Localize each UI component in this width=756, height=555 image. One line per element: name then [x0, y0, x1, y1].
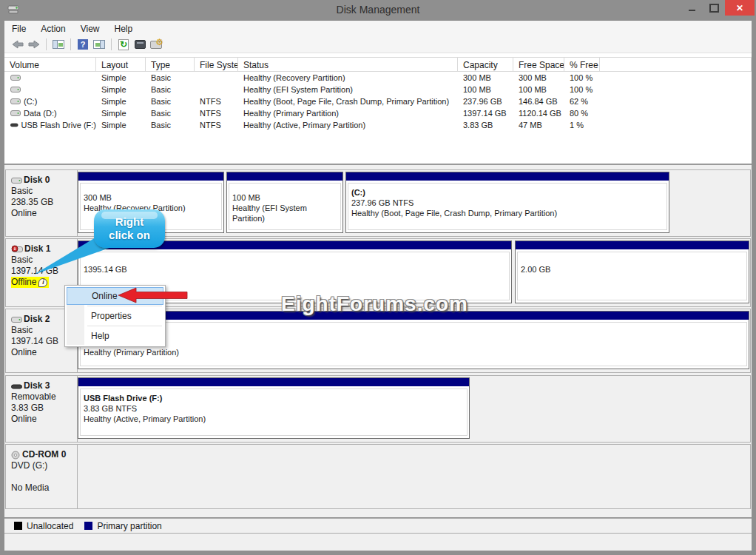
- disk-size: 3.83 GB: [11, 403, 77, 414]
- disk-size: 1397.14 GB: [11, 266, 77, 277]
- menu-bar: File Action View Help: [4, 21, 752, 36]
- context-menu: Online Properties Help: [64, 285, 166, 347]
- disk-icon: [11, 177, 22, 184]
- table-row[interactable]: (C:) Simple Basic NTFS Healthy (Boot, Pa…: [4, 95, 752, 107]
- partition-color-bar: [227, 172, 342, 181]
- disk-status: Online: [11, 414, 77, 425]
- properties-icon[interactable]: [132, 38, 147, 51]
- forward-icon[interactable]: [27, 38, 41, 51]
- disk-type: Removable: [11, 391, 77, 403]
- unallocated-swatch: [14, 522, 22, 530]
- cdrom0-label[interactable]: CD-ROM 0 DVD (G:) No Media: [6, 445, 78, 508]
- menu-help[interactable]: Help: [107, 21, 141, 36]
- partition-color-bar: [516, 241, 749, 250]
- menu-file[interactable]: File: [4, 21, 33, 36]
- partition-color-bar: [346, 172, 669, 181]
- disk-row-disk3: Disk 3 Removable 3.83 GB Online USB Flas…: [5, 375, 751, 443]
- table-row[interactable]: USB Flash Drive (F:) Simple Basic NTFS H…: [4, 119, 752, 131]
- maximize-button[interactable]: [703, 0, 725, 16]
- column-file-system[interactable]: File Syste...: [195, 58, 238, 71]
- watermark: EightForums.com: [281, 292, 468, 316]
- volume-icon: [10, 86, 21, 93]
- context-menu-item-online[interactable]: Online: [67, 287, 163, 305]
- menu-separator: [87, 306, 162, 306]
- column-pct-free[interactable]: % Free: [564, 58, 600, 71]
- context-menu-item-help[interactable]: Help: [67, 327, 163, 345]
- disk-offline-icon: [11, 245, 23, 253]
- volume-name: (C:): [24, 97, 37, 106]
- volume-name: Data (D:): [24, 109, 57, 118]
- disk-type: Basic: [11, 255, 77, 266]
- column-type[interactable]: Type: [146, 58, 195, 71]
- toolbar-separator: [111, 38, 112, 50]
- show-console-tree-icon[interactable]: [51, 38, 66, 51]
- legend-bar: Unallocated Primary partition: [4, 518, 752, 534]
- table-row[interactable]: Simple Basic Healthy (EFI System Partiti…: [4, 84, 752, 95]
- table-row[interactable]: Simple Basic Healthy (Recovery Partition…: [4, 72, 752, 84]
- disk-type: DVD (G:): [11, 460, 77, 471]
- help-icon[interactable]: ?: [75, 38, 90, 51]
- partition-disk1-small[interactable]: 2.00 GB: [515, 240, 749, 303]
- show-action-pane-icon[interactable]: [92, 38, 107, 51]
- legend-primary-label: Primary partition: [97, 521, 161, 531]
- usb-volume-icon: [10, 121, 18, 129]
- volume-icon: [10, 74, 21, 81]
- column-status[interactable]: Status: [238, 58, 458, 71]
- toolbar: ?: [4, 36, 752, 53]
- disk-status: Online: [11, 347, 77, 358]
- close-button[interactable]: [725, 0, 755, 16]
- title-bar: Disk Management: [0, 0, 756, 21]
- partition-color-bar: [78, 378, 469, 387]
- rescan-disks-icon[interactable]: [149, 38, 163, 51]
- status-bar: [4, 534, 752, 551]
- disk3-label[interactable]: Disk 3 Removable 3.83 GB Online: [6, 376, 78, 442]
- minimize-button[interactable]: [681, 0, 703, 16]
- menu-view[interactable]: View: [73, 21, 107, 36]
- toolbar-separator: [70, 38, 71, 50]
- toolbar-separator: [46, 38, 47, 50]
- menu-action[interactable]: Action: [33, 21, 72, 36]
- refresh-icon[interactable]: [116, 38, 131, 51]
- volume-icon: [10, 110, 21, 117]
- disk0-label[interactable]: Disk 0 Basic 238.35 GB Online: [6, 170, 78, 236]
- partition-usb-flash[interactable]: USB Flash Drive (F:) 3.83 GB NTFS Health…: [78, 377, 470, 439]
- disk-row-cdrom0: CD-ROM 0 DVD (G:) No Media: [5, 444, 751, 509]
- column-volume[interactable]: Volume: [4, 58, 96, 71]
- column-capacity[interactable]: Capacity: [458, 58, 513, 71]
- legend-unallocated-label: Unallocated: [27, 521, 73, 531]
- partition-color-bar: [78, 172, 223, 181]
- volume-table-header: Volume Layout Type File Syste... Status …: [4, 57, 752, 72]
- right-click-callout: Right click on: [94, 209, 165, 248]
- window-title: Disk Management: [0, 4, 756, 16]
- context-menu-item-properties[interactable]: Properties: [67, 307, 163, 325]
- disk-status: Online: [11, 208, 77, 219]
- back-icon[interactable]: [10, 38, 25, 51]
- disk-icon: [11, 316, 22, 323]
- cd-rom-icon: [11, 451, 21, 460]
- column-free-space[interactable]: Free Space: [513, 58, 564, 71]
- menu-separator: [87, 326, 162, 326]
- primary-partition-swatch: [84, 522, 92, 530]
- partition-efi[interactable]: 100 MB Healthy (EFI System Partition): [226, 172, 343, 233]
- column-layout[interactable]: Layout: [96, 58, 146, 71]
- removable-disk-icon: [11, 383, 22, 390]
- volume-list-pane: Volume Layout Type File Syste... Status …: [4, 53, 752, 164]
- offline-status-highlighted: Offline: [11, 277, 49, 288]
- volume-name: USB Flash Drive (F:): [21, 121, 96, 130]
- disk-type: Basic: [11, 186, 77, 197]
- disk-status: No Media: [11, 482, 77, 494]
- info-icon[interactable]: [38, 278, 47, 287]
- partition-c-drive[interactable]: (C:) 237.96 GB NTFS Healthy (Boot, Page …: [345, 172, 669, 233]
- disk-size: 238.35 GB: [11, 197, 77, 208]
- volume-icon: [10, 98, 21, 105]
- partition-disk2[interactable]: Healthy (Primary Partition): [78, 311, 749, 369]
- table-row[interactable]: Data (D:) Simple Basic NTFS Healthy (Pri…: [4, 107, 752, 119]
